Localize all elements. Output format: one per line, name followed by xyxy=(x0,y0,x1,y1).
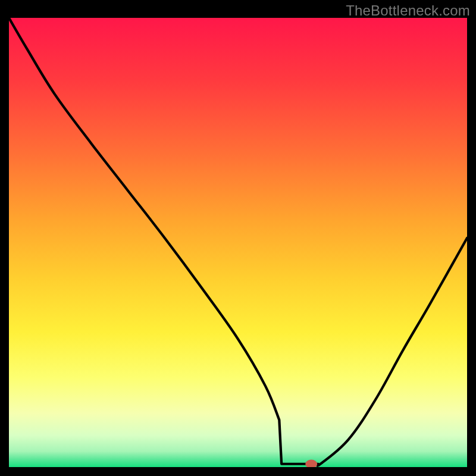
chart-frame: TheBottleneck.com xyxy=(0,0,476,476)
bottleneck-curve xyxy=(9,18,467,467)
plot-area xyxy=(9,18,467,467)
watermark-text: TheBottleneck.com xyxy=(346,2,470,19)
optimal-marker xyxy=(305,460,317,467)
